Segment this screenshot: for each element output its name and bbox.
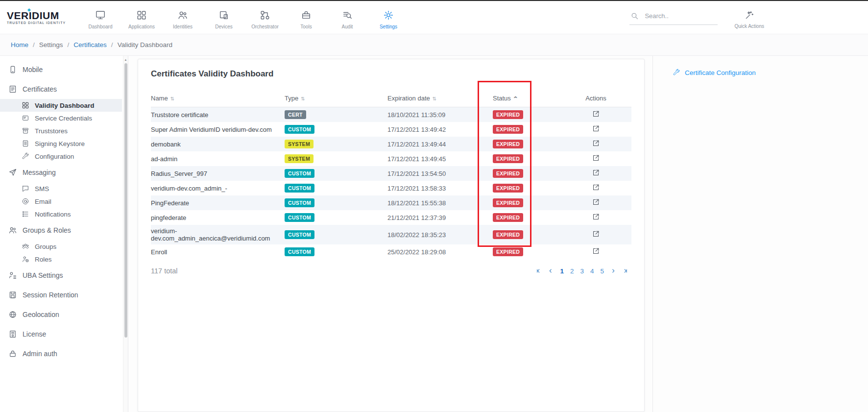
pagination-page-3[interactable]: 3 <box>580 267 584 275</box>
table-row: Radius_Server_997 CUSTOM 17/12/2021 13:5… <box>151 166 631 181</box>
column-header-type[interactable]: Type⇅ <box>285 92 387 107</box>
sidebar-item-certificates[interactable]: Certificates <box>0 79 122 99</box>
wand-icon <box>745 10 754 20</box>
sidebar-item-geolocation[interactable]: Geolocation <box>0 305 122 324</box>
sidebar-item-admin-auth[interactable]: Admin auth <box>0 344 122 364</box>
cell-status: EXPIRED <box>493 181 566 195</box>
sidebar-item-groups[interactable]: Groups <box>0 240 122 253</box>
pagination-page-4[interactable]: 4 <box>590 267 594 275</box>
sidebar-item-signing-keystore[interactable]: Signing Keystore <box>0 137 122 150</box>
sidebar-item-license[interactable]: License <box>0 324 122 344</box>
sidebar-item-uba-settings[interactable]: UBA Settings <box>0 266 122 285</box>
cell-expiration: 17/12/2021 13:49:42 <box>387 122 493 137</box>
nav-item-orchestrator[interactable]: Orchestrator <box>251 6 279 29</box>
open-certificate-action-icon[interactable] <box>592 110 600 118</box>
devices-icon <box>218 10 229 21</box>
open-certificate-action-icon[interactable] <box>592 198 600 206</box>
sidebar-item-roles[interactable]: Roles <box>0 253 122 266</box>
column-header-name[interactable]: Name⇅ <box>151 92 285 107</box>
uba-settings-icon <box>8 271 17 280</box>
nav-item-devices[interactable]: Devices <box>210 6 238 29</box>
quick-actions-button[interactable]: Quick Actions <box>734 6 764 29</box>
cell-actions <box>566 225 631 244</box>
pagination-page-1[interactable]: 1 <box>560 267 564 275</box>
breadcrumb-settings: Settings <box>39 41 63 48</box>
pagination-next[interactable] <box>610 268 616 274</box>
cell-name: Super Admin VeridiumID veridium-dev.com <box>151 122 285 137</box>
pagination-prev[interactable] <box>548 268 554 274</box>
sidebar-item-configuration[interactable]: Configuration <box>0 150 122 163</box>
sidebar-item-mobile[interactable]: Mobile <box>0 60 122 79</box>
sidebar-item-validity-dashboard[interactable]: Validity Dashboard <box>0 99 122 112</box>
notifications-icon <box>22 210 29 218</box>
certificate-configuration-link[interactable]: Certificate Configuration <box>673 69 756 76</box>
open-certificate-action-icon[interactable] <box>592 230 600 238</box>
cell-actions <box>566 122 631 137</box>
main-panel: Certificates Validity Dashboard Name⇅Typ… <box>138 59 645 412</box>
type-badge: CUSTOM <box>285 125 314 134</box>
sort-indicator: ^ <box>513 96 518 102</box>
brand-logo[interactable]: VERIDIUM TRUSTED DIGITAL IDENTITY <box>7 10 70 24</box>
open-certificate-action-icon[interactable] <box>592 183 600 192</box>
global-search <box>629 10 718 25</box>
geolocation-icon <box>8 310 17 319</box>
cell-status: EXPIRED <box>493 107 566 122</box>
groups-roles-icon <box>8 226 17 235</box>
nav-item-dashboard[interactable]: Dashboard <box>86 6 115 29</box>
type-badge: CERT <box>285 110 306 119</box>
sidebar-item-email[interactable]: Email <box>0 195 122 208</box>
pagination-last[interactable] <box>623 268 628 274</box>
nav-item-settings[interactable]: Settings <box>374 6 403 29</box>
type-badge: SYSTEM <box>285 154 313 163</box>
pagination-page-2[interactable]: 2 <box>570 267 574 275</box>
cell-actions <box>566 137 631 151</box>
open-certificate-action-icon[interactable] <box>592 169 600 177</box>
groups-icon <box>22 242 29 250</box>
breadcrumb: Home/Settings/Certificates/Validity Dash… <box>0 34 868 56</box>
breadcrumb-home[interactable]: Home <box>11 41 28 48</box>
status-badge: EXPIRED <box>493 230 523 239</box>
sort-indicator: ⇅ <box>433 96 436 101</box>
open-certificate-action-icon[interactable] <box>592 124 600 133</box>
breadcrumb-certificates[interactable]: Certificates <box>73 41 107 48</box>
table-row: demobank SYSTEM 17/12/2021 13:49:44 EXPI… <box>151 137 631 151</box>
sidebar-item-sms[interactable]: SMS <box>0 182 122 195</box>
scroll-up-arrow[interactable]: ▲ <box>123 56 128 62</box>
open-certificate-action-icon[interactable] <box>592 247 600 255</box>
open-certificate-action-icon[interactable] <box>592 213 600 221</box>
sidebar-scrollbar[interactable]: ▲ <box>123 56 128 412</box>
sidebar-scrollbar-thumb[interactable] <box>124 63 127 338</box>
column-header-expiration-date[interactable]: Expiration date⇅ <box>387 92 493 107</box>
search-input[interactable] <box>645 12 709 20</box>
pagination-page-5[interactable]: 5 <box>600 267 604 275</box>
search-icon[interactable] <box>630 12 639 20</box>
sidebar-item-notifications[interactable]: Notifications <box>0 208 122 220</box>
nav-item-applications[interactable]: Applications <box>127 6 156 29</box>
sidebar-item-truststores[interactable]: Truststores <box>0 124 122 137</box>
signing-keystore-icon <box>22 140 29 147</box>
breadcrumb-separator: / <box>68 41 70 48</box>
column-header-status[interactable]: Status^ <box>493 92 566 107</box>
nav-item-identities[interactable]: Identities <box>169 6 197 29</box>
sidebar-item-groups-roles[interactable]: Groups & Roles <box>0 220 122 240</box>
type-badge: CUSTOM <box>285 169 314 178</box>
cell-status: EXPIRED <box>493 166 566 181</box>
cell-expiration: 17/12/2021 13:54:50 <box>387 166 493 181</box>
cell-name: PingFederate <box>151 195 285 210</box>
cell-type: CUSTOM <box>285 122 387 137</box>
nav-item-tools[interactable]: Tools <box>292 6 320 29</box>
messaging-icon <box>8 168 17 177</box>
next-page-icon <box>610 268 616 274</box>
cell-type: SYSTEM <box>285 151 387 166</box>
service-credentials-icon <box>22 114 29 122</box>
nav-item-audit[interactable]: Audit <box>333 6 362 29</box>
content-area: Mobile Certificates Validity Dashboard S… <box>0 56 868 412</box>
cell-type: CERT <box>285 107 387 122</box>
open-certificate-action-icon[interactable] <box>592 139 600 147</box>
open-certificate-action-icon[interactable] <box>592 154 600 162</box>
pagination-first[interactable] <box>535 268 541 274</box>
sidebar-item-messaging[interactable]: Messaging <box>0 163 122 182</box>
truststores-icon <box>22 127 29 135</box>
sidebar-item-session-retention[interactable]: Session Retention <box>0 285 122 305</box>
sidebar-item-service-credentials[interactable]: Service Credentials <box>0 112 122 124</box>
